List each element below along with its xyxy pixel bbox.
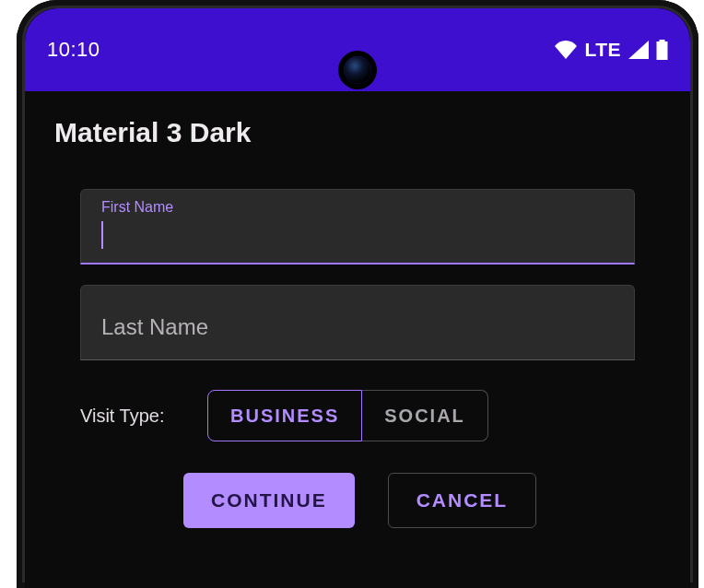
phone-frame: 10:10 LTE Material 3 Dark First Name Las… xyxy=(17,0,698,588)
camera-cutout xyxy=(344,56,371,84)
content: Material 3 Dark First Name Last Name Vis… xyxy=(25,91,690,528)
battery-icon xyxy=(656,40,668,60)
screen: 10:10 LTE Material 3 Dark First Name Las… xyxy=(25,8,690,588)
visit-type-row: Visit Type: BUSINESS SOCIAL xyxy=(80,390,635,441)
continue-button[interactable]: CONTINUE xyxy=(183,473,355,528)
status-time: 10:10 xyxy=(47,38,100,62)
last-name-field[interactable]: Last Name xyxy=(80,285,635,360)
visit-type-business[interactable]: BUSINESS xyxy=(207,390,362,441)
text-caret xyxy=(101,221,103,249)
cancel-button[interactable]: CANCEL xyxy=(388,473,537,528)
visit-type-toggle: BUSINESS SOCIAL xyxy=(207,390,488,441)
page-title: Material 3 Dark xyxy=(54,117,661,148)
status-icons: LTE xyxy=(555,39,668,61)
visit-type-social[interactable]: SOCIAL xyxy=(362,390,488,441)
first-name-field[interactable]: First Name xyxy=(80,189,635,265)
signal-icon xyxy=(628,41,649,59)
network-label: LTE xyxy=(584,39,621,61)
last-name-label: Last Name xyxy=(101,314,208,340)
wifi-icon xyxy=(555,41,577,59)
button-row: CONTINUE CANCEL xyxy=(183,473,635,528)
visit-type-label: Visit Type: xyxy=(80,406,207,427)
first-name-label: First Name xyxy=(101,199,614,216)
form: First Name Last Name Visit Type: BUSINES… xyxy=(54,189,661,528)
